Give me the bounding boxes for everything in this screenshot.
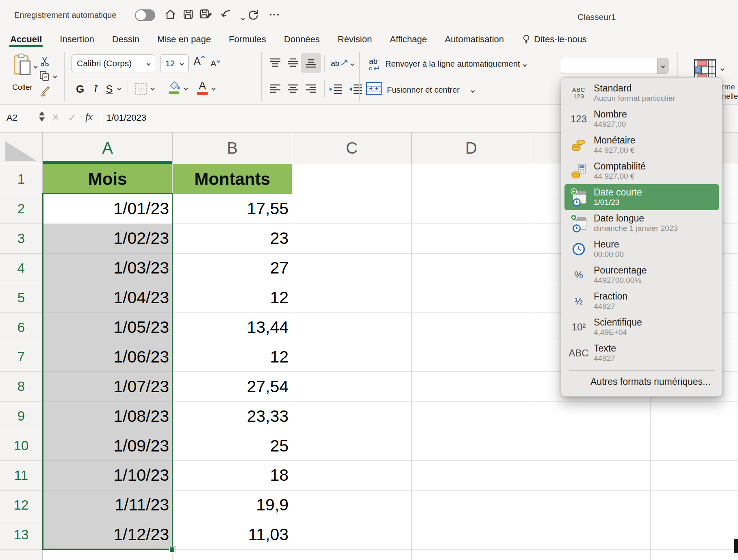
format-option-date-courte[interactable]: Date courte1/01/23 xyxy=(564,184,719,210)
save-button[interactable] xyxy=(181,8,195,22)
format-option-heure[interactable]: Heure00:00:00 xyxy=(564,236,719,262)
borders-menu-chevron[interactable] xyxy=(151,87,154,90)
scrollbar-fragment[interactable] xyxy=(734,539,738,553)
cell-empty[interactable] xyxy=(292,164,412,194)
align-top-button[interactable] xyxy=(268,57,282,72)
align-middle-button[interactable] xyxy=(286,57,300,72)
orientation-button[interactable] xyxy=(331,59,349,68)
cell-A1[interactable]: Mois xyxy=(43,164,173,194)
increase-font-button[interactable] xyxy=(193,55,204,68)
decrease-indent-button[interactable] xyxy=(328,83,344,98)
font-name-select[interactable]: Calibri (Corps) xyxy=(72,54,155,72)
cell-empty[interactable] xyxy=(412,372,531,402)
cell-A5[interactable]: 1/04/23 xyxy=(43,283,173,313)
cell-B1[interactable]: Montants xyxy=(173,164,292,194)
format-option-date-longue[interactable]: Date longuedimanche 1 janvier 2023 xyxy=(564,210,719,236)
align-left-button[interactable] xyxy=(268,83,282,98)
column-header-C[interactable]: C xyxy=(292,132,412,164)
cell-empty[interactable] xyxy=(412,431,531,461)
tab-affichage[interactable]: Affichage xyxy=(390,30,427,48)
copy-menu-chevron[interactable] xyxy=(54,75,56,78)
cell-B7[interactable]: 12 xyxy=(173,342,292,372)
number-format-dropdown-button[interactable] xyxy=(657,58,668,74)
cell-empty[interactable] xyxy=(651,431,738,461)
home-button[interactable] xyxy=(163,8,177,22)
cell-empty[interactable] xyxy=(292,402,412,431)
cell-empty[interactable] xyxy=(412,194,531,224)
row-header-12[interactable]: 12 xyxy=(0,491,43,520)
cell-A8[interactable]: 1/07/23 xyxy=(43,372,173,402)
cell-A3[interactable]: 1/02/23 xyxy=(43,224,173,254)
cell-B3[interactable]: 23 xyxy=(173,224,292,254)
tab-accueil[interactable]: Accueil xyxy=(10,30,42,48)
cell-A10[interactable]: 1/09/23 xyxy=(43,431,173,461)
merge-center-menu-chevron[interactable] xyxy=(471,89,474,92)
cell-empty[interactable] xyxy=(292,313,412,343)
tab-automatisation[interactable]: Automatisation xyxy=(445,30,504,48)
cut-button[interactable] xyxy=(39,55,50,69)
cell-A11[interactable]: 1/10/23 xyxy=(43,461,173,491)
name-box-stepper[interactable] xyxy=(39,111,45,122)
cell-empty[interactable] xyxy=(173,550,292,560)
format-option-standard[interactable]: ABC123StandardAucun format particulier xyxy=(564,80,719,106)
cell-empty[interactable] xyxy=(651,550,738,560)
tab-revision[interactable]: Révision xyxy=(338,30,372,48)
cell-empty[interactable] xyxy=(292,194,412,224)
cell-empty[interactable] xyxy=(292,461,412,491)
cell-empty[interactable] xyxy=(412,224,531,254)
cell-A13[interactable]: 1/12/23 xyxy=(43,520,173,550)
row-header-11[interactable]: 11 xyxy=(0,461,43,491)
cell-empty[interactable] xyxy=(651,402,738,431)
align-center-button[interactable] xyxy=(286,83,300,98)
bold-button[interactable]: G xyxy=(74,81,86,97)
cell-empty[interactable] xyxy=(292,550,412,560)
row-header-3[interactable]: 3 xyxy=(0,224,43,254)
cell-empty[interactable] xyxy=(531,461,651,491)
column-header-A[interactable]: A xyxy=(43,132,173,164)
tab-mise-en-page[interactable]: Mise en page xyxy=(157,30,211,48)
paste-menu-chevron[interactable] xyxy=(34,65,37,68)
decrease-font-button[interactable] xyxy=(211,59,220,68)
font-color-menu-chevron[interactable] xyxy=(212,87,215,90)
underline-menu-chevron[interactable] xyxy=(118,87,121,90)
borders-button[interactable] xyxy=(134,82,148,98)
fill-color-button[interactable] xyxy=(167,80,181,93)
format-option-scientifique[interactable]: 10²Scientifique4,49E+04 xyxy=(564,314,719,340)
cell-empty[interactable] xyxy=(412,313,531,343)
cell-empty[interactable] xyxy=(651,491,738,520)
row-header-4[interactable]: 4 xyxy=(0,254,43,283)
row-header-10[interactable]: 10 xyxy=(0,431,43,461)
tab-dites-le-nous[interactable]: Dites-le-nous xyxy=(522,30,587,48)
row-header-1[interactable]: 1 xyxy=(0,164,43,194)
confirm-button[interactable]: ✓ xyxy=(68,111,77,124)
cell-empty[interactable] xyxy=(292,431,412,461)
wrap-text-button-icon-area[interactable] xyxy=(366,55,383,73)
cell-B2[interactable]: 17,55 xyxy=(173,194,292,224)
increase-indent-button[interactable] xyxy=(348,83,363,98)
orientation-menu-chevron[interactable] xyxy=(351,63,354,65)
more-number-formats-item[interactable]: Autres formats numériques... xyxy=(561,371,722,387)
italic-button[interactable]: I xyxy=(90,81,101,97)
tab-donnees[interactable]: Données xyxy=(284,30,320,48)
cell-empty[interactable] xyxy=(412,283,531,313)
cell-B5[interactable]: 12 xyxy=(173,283,292,313)
font-color-button[interactable] xyxy=(197,80,208,92)
row-header-8[interactable]: 8 xyxy=(0,372,43,402)
formula-input[interactable]: 1/01/2023 xyxy=(106,113,146,123)
cell-A6[interactable]: 1/05/23 xyxy=(43,313,173,343)
cell-empty[interactable] xyxy=(292,224,412,254)
row-header-14[interactable] xyxy=(0,550,43,560)
cell-A9[interactable]: 1/08/23 xyxy=(43,402,173,431)
cell-empty[interactable] xyxy=(651,520,738,550)
cell-empty[interactable] xyxy=(292,254,412,283)
name-box[interactable]: A2 xyxy=(7,113,17,123)
redo-button[interactable] xyxy=(246,8,260,22)
cell-empty[interactable] xyxy=(292,283,412,313)
number-format-select[interactable] xyxy=(561,58,669,74)
cell-B13[interactable]: 11,03 xyxy=(173,520,292,550)
cell-B6[interactable]: 13,44 xyxy=(173,313,292,343)
cell-empty[interactable] xyxy=(412,491,531,520)
row-header-9[interactable]: 9 xyxy=(0,402,43,431)
cell-B12[interactable]: 19,9 xyxy=(173,491,292,520)
column-header-D[interactable]: D xyxy=(412,132,531,164)
